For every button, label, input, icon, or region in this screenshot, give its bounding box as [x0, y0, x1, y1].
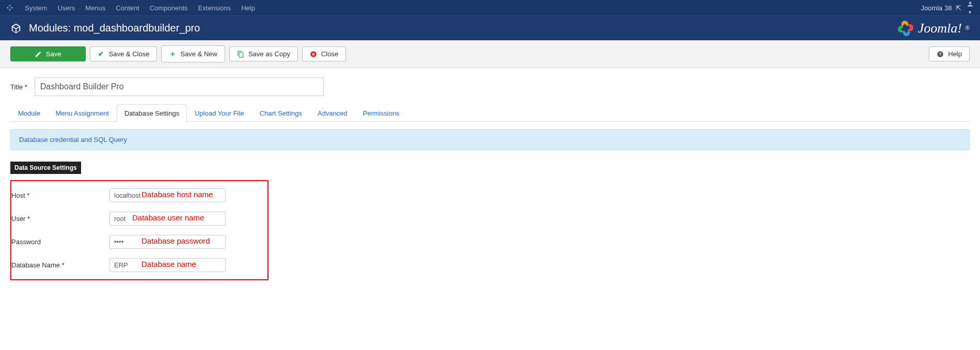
- title-label: Title *: [10, 83, 27, 91]
- user-label: User *: [11, 215, 109, 222]
- joomla-brand-icon: [896, 19, 915, 38]
- save-copy-label: Save as Copy: [248, 50, 290, 58]
- content-area: Title * Module Menu Assignment Database …: [0, 68, 980, 290]
- help-icon: ?: [937, 51, 944, 58]
- save-new-label: Save & New: [180, 50, 217, 58]
- save-copy-button[interactable]: Save as Copy: [229, 46, 298, 61]
- close-label: Close: [321, 50, 338, 58]
- section-header: Data Source Settings: [10, 162, 81, 174]
- save-new-button[interactable]: ＋ Save & New: [161, 45, 225, 62]
- password-row: Password Database password: [11, 235, 262, 249]
- help-label: Help: [948, 50, 962, 58]
- host-row: Host * Database host name: [11, 188, 262, 202]
- title-bar: Modules: mod_dashboardbuilder_pro Joomla…: [0, 15, 980, 40]
- user-row: User * Database user name: [11, 212, 262, 226]
- trademark-icon: ®: [965, 24, 970, 32]
- menu-content[interactable]: Content: [110, 4, 145, 12]
- top-menu: System Users Menus Content Components Ex…: [20, 4, 260, 12]
- password-label: Password: [11, 238, 109, 246]
- save-button[interactable]: Save: [10, 46, 86, 61]
- title-row: Title *: [10, 77, 970, 96]
- tab-advanced[interactable]: Advanced: [310, 104, 355, 122]
- cube-icon: [10, 23, 22, 34]
- title-input[interactable]: [35, 77, 324, 96]
- toolbar: Save ✔ Save & Close ＋ Save & New Save as…: [0, 40, 980, 68]
- data-source-form: Host * Database host name User * Databas…: [10, 180, 268, 280]
- joomla-brand-text: Joomla!: [918, 21, 962, 36]
- close-button[interactable]: Close: [302, 46, 346, 61]
- menu-extensions[interactable]: Extensions: [193, 4, 236, 12]
- menu-components[interactable]: Components: [145, 4, 193, 12]
- host-label: Host *: [11, 192, 109, 199]
- dbname-label: Database Name *: [11, 261, 109, 269]
- tab-upload-file[interactable]: Upload Your File: [187, 104, 251, 122]
- menu-users[interactable]: Users: [52, 4, 80, 12]
- page-title: Modules: mod_dashboardbuilder_pro: [29, 22, 200, 34]
- save-close-button[interactable]: ✔ Save & Close: [90, 46, 157, 61]
- joomla-logo: Joomla! ®: [896, 19, 970, 38]
- tab-module[interactable]: Module: [10, 104, 48, 122]
- tab-database-settings[interactable]: Database Settings: [117, 104, 187, 122]
- close-icon: [310, 51, 317, 58]
- user-input[interactable]: [109, 212, 226, 226]
- tab-permissions[interactable]: Permissions: [355, 104, 407, 122]
- joomla-icon: [6, 4, 13, 11]
- user-icon: [967, 1, 974, 8]
- user-menu[interactable]: ▼: [967, 1, 974, 15]
- external-link-icon: ⇱: [956, 4, 961, 12]
- chevron-down-icon: ▼: [968, 10, 972, 15]
- dbname-row: Database Name * Database name: [11, 258, 262, 272]
- dbname-input[interactable]: [109, 258, 226, 272]
- menu-system[interactable]: System: [20, 4, 52, 12]
- help-button[interactable]: ? Help: [929, 46, 970, 61]
- save-label: Save: [46, 50, 61, 58]
- password-input[interactable]: [109, 235, 226, 249]
- top-nav: System Users Menus Content Components Ex…: [0, 0, 980, 15]
- tab-chart-settings[interactable]: Chart Settings: [252, 104, 310, 122]
- menu-menus[interactable]: Menus: [80, 4, 110, 12]
- plus-icon: ＋: [169, 49, 176, 59]
- site-name-text: Joomla 38: [921, 4, 952, 12]
- svg-text:?: ?: [939, 52, 942, 56]
- site-name-link[interactable]: Joomla 38 ⇱: [921, 4, 961, 12]
- save-close-label: Save & Close: [109, 50, 150, 58]
- check-icon: ✔: [98, 50, 105, 58]
- tab-menu-assignment[interactable]: Menu Assignment: [48, 104, 117, 122]
- host-input[interactable]: [109, 188, 226, 202]
- tabs: Module Menu Assignment Database Settings…: [10, 104, 970, 122]
- copy-icon: [237, 51, 244, 58]
- save-icon: [35, 51, 42, 58]
- menu-help[interactable]: Help: [236, 4, 260, 12]
- info-box: Database credential and SQL Query: [10, 129, 970, 150]
